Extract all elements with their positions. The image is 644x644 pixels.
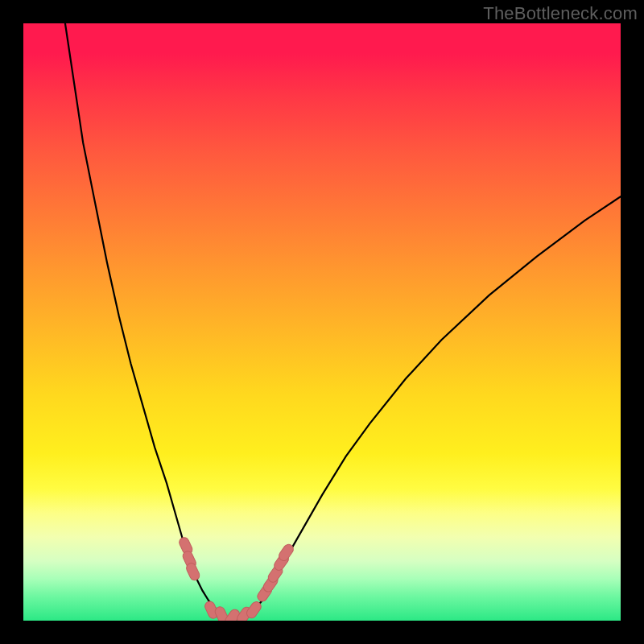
plot-area xyxy=(23,23,621,621)
curve-layer xyxy=(23,23,621,621)
bottleneck-curve xyxy=(65,23,621,617)
chart-frame: TheBottleneck.com xyxy=(0,0,644,644)
watermark-text: TheBottleneck.com xyxy=(483,3,638,24)
curve-markers xyxy=(178,536,295,621)
marker-left_cluster_low xyxy=(185,562,201,582)
